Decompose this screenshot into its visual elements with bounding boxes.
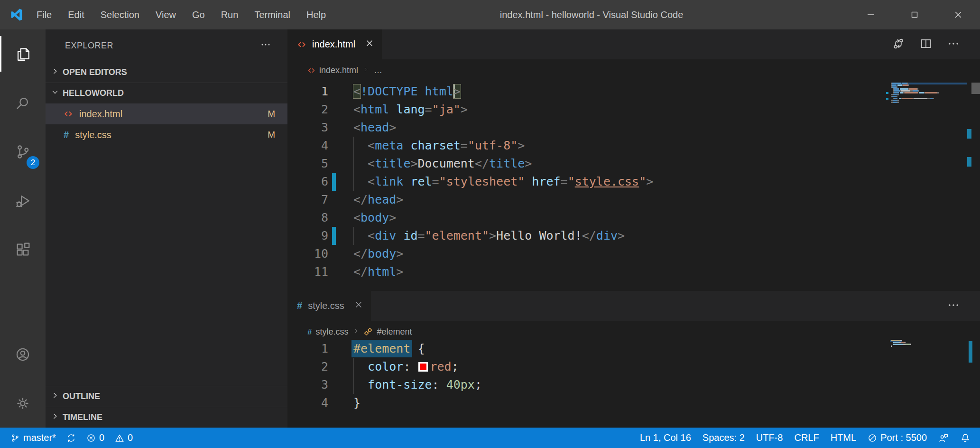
- code-line[interactable]: 10</body>: [287, 245, 980, 263]
- split-editor-icon: [919, 37, 933, 50]
- code-line[interactable]: 2 color: red;: [287, 358, 980, 376]
- activity-source-control-button[interactable]: 2: [0, 127, 46, 176]
- color-swatch[interactable]: [418, 362, 428, 372]
- overview-ruler-modified-mark: [967, 129, 971, 139]
- minimap-line: [891, 345, 967, 347]
- open-editors-section[interactable]: OPEN EDITORS: [46, 62, 287, 83]
- outline-section[interactable]: OUTLINE: [46, 386, 287, 407]
- activity-extensions-button[interactable]: [0, 225, 46, 274]
- code-token: >: [396, 265, 403, 279]
- menu-item-edit[interactable]: Edit: [60, 0, 92, 29]
- menu-item-view[interactable]: View: [148, 0, 184, 29]
- activity-settings-button[interactable]: [0, 379, 46, 428]
- breadcrumb-item[interactable]: #element: [364, 327, 412, 337]
- minimap[interactable]: [891, 340, 967, 347]
- status-bar-right: Ln 1, Col 16Spaces: 2UTF-8CRLFHTMLPort :…: [640, 432, 980, 443]
- code-line[interactable]: 4}: [287, 394, 980, 412]
- breadcrumb-item[interactable]: #style.css: [307, 327, 348, 337]
- menu-item-help[interactable]: Help: [298, 0, 334, 29]
- maximize-window-button[interactable]: [893, 0, 936, 29]
- menu-item-file[interactable]: File: [28, 0, 60, 29]
- code-token: [403, 139, 410, 152]
- split-editor-button[interactable]: [919, 37, 933, 52]
- code-token: ": [568, 175, 575, 188]
- code-line[interactable]: 6 <link rel="stylesheet" href="style.css…: [287, 173, 980, 191]
- minimap-token: [897, 84, 902, 86]
- minimap-token: [902, 98, 913, 99]
- code-token: body: [368, 247, 396, 261]
- status-master[interactable]: master*: [10, 432, 56, 443]
- code-token: [417, 84, 425, 98]
- code-text: color: red;: [353, 358, 459, 376]
- code-line[interactable]: 4 <meta charset="utf-8">: [287, 137, 980, 155]
- status-feedback[interactable]: [938, 433, 949, 443]
- status-crlf[interactable]: CRLF: [794, 432, 819, 443]
- folder-helloworld-section[interactable]: HELLOWORLD: [46, 83, 287, 103]
- minimize-window-button[interactable]: [849, 0, 893, 29]
- status-html[interactable]: HTML: [831, 432, 856, 443]
- more-button[interactable]: [947, 299, 960, 314]
- code-line[interactable]: 11</html>: [287, 263, 980, 281]
- timeline-section[interactable]: TIMELINE: [46, 407, 287, 428]
- more-button[interactable]: [947, 37, 960, 52]
- vscode-logo-icon: [9, 8, 24, 22]
- minimap-token: [930, 98, 933, 99]
- activity-accounts-button[interactable]: [0, 330, 46, 379]
- menu-item-run[interactable]: Run: [213, 0, 247, 29]
- activity-run-and-debug-button[interactable]: [0, 176, 46, 225]
- activity-explorer-button[interactable]: [0, 29, 46, 78]
- open-editors-label: OPEN EDITORS: [63, 67, 127, 77]
- open-changes-button[interactable]: [892, 37, 905, 52]
- code-line[interactable]: 2<html lang="ja">: [287, 101, 980, 119]
- code-line[interactable]: 1#element {: [287, 340, 980, 358]
- minimap-token: [909, 88, 917, 90]
- minimap-token: [893, 342, 899, 343]
- file-item-style.css[interactable]: #style.cssM: [46, 124, 287, 145]
- activity-search-button[interactable]: [0, 78, 46, 127]
- code-line[interactable]: 7</head>: [287, 191, 980, 209]
- status-bell[interactable]: [960, 433, 971, 443]
- tab-style.css[interactable]: #style.css: [287, 291, 371, 321]
- chevron-right-icon: [50, 391, 60, 402]
- code-line[interactable]: 8<body>: [287, 209, 980, 227]
- code-token: 40px: [446, 378, 475, 392]
- status-ln-1-col-16[interactable]: Ln 1, Col 16: [640, 432, 691, 443]
- tab-index.html[interactable]: index.html: [287, 29, 382, 59]
- code-line[interactable]: 3<head>: [287, 119, 980, 137]
- status-utf-8[interactable]: UTF-8: [756, 432, 783, 443]
- line-number: 5: [287, 155, 328, 173]
- tab-close-button[interactable]: [365, 38, 374, 50]
- status-spaces-2[interactable]: Spaces: 2: [703, 432, 745, 443]
- code-token: Document: [418, 157, 475, 170]
- status-port-5500[interactable]: Port : 5500: [868, 432, 927, 443]
- overview-ruler-highlight-mark: [969, 341, 972, 363]
- status-sync[interactable]: [66, 433, 76, 443]
- minimap-token: [894, 88, 899, 90]
- explorer-more-actions-button[interactable]: [260, 39, 271, 53]
- code-token: </: [353, 265, 368, 279]
- code-line[interactable]: 1<!DOCTYPE html>: [287, 83, 980, 101]
- code-line[interactable]: 3 font-size: 40px;: [287, 376, 980, 394]
- blocked-icon: [868, 433, 877, 443]
- status-0[interactable]: 0: [115, 432, 133, 443]
- code-line[interactable]: 5 <title>Document</title>: [287, 155, 980, 173]
- status-0[interactable]: 0: [86, 432, 104, 443]
- css-file-icon: #: [64, 130, 69, 140]
- code-token: :: [403, 360, 417, 373]
- menu-item-terminal[interactable]: Terminal: [246, 0, 298, 29]
- code-token: >: [461, 103, 468, 116]
- minimap[interactable]: [891, 83, 967, 103]
- tab-close-button[interactable]: [354, 300, 363, 312]
- close-window-button[interactable]: [936, 0, 980, 29]
- code-editor[interactable]: 1<!DOCTYPE html>2<html lang="ja">3<head>…: [287, 83, 980, 281]
- scrollbar-thumb[interactable]: [971, 83, 980, 94]
- code-editor[interactable]: 1#element {2 color: red;3 font-size: 40p…: [287, 340, 980, 412]
- menu-item-go[interactable]: Go: [184, 0, 213, 29]
- breadcrumb-item[interactable]: …: [374, 65, 382, 75]
- code-line[interactable]: 9 <div id="element">Hello World!</div>: [287, 227, 980, 245]
- code-text: </body>: [353, 245, 403, 263]
- menu-item-selection[interactable]: Selection: [92, 0, 148, 29]
- file-item-index.html[interactable]: index.htmlM: [46, 103, 287, 124]
- chevron-right-icon: [50, 391, 60, 400]
- breadcrumb-item[interactable]: index.html: [307, 65, 358, 75]
